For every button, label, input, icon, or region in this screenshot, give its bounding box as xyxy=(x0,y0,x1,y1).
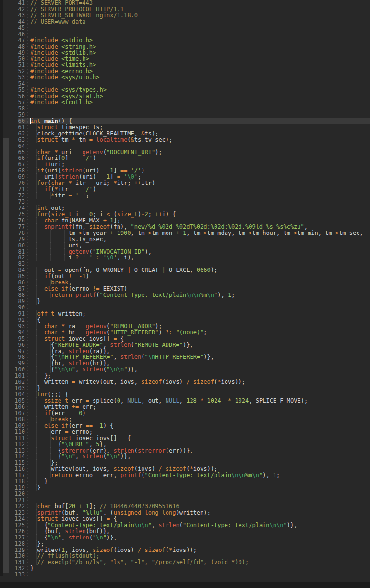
code-token: "INVOCATION_ID" xyxy=(93,248,144,255)
code-line[interactable]: 91 off_t written; xyxy=(0,311,370,317)
code-token xyxy=(72,192,75,199)
line-text[interactable]: } xyxy=(30,298,41,305)
code-token: "REMOTE_ADDR=" xyxy=(134,342,183,348)
indent-guides xyxy=(30,522,44,528)
code-token: 128 xyxy=(186,397,197,404)
line-text[interactable]: } xyxy=(30,565,34,572)
code-line[interactable]: 63 struct tm * tm = localtime(&ts.tv_sec… xyxy=(0,137,370,143)
line-text[interactable]: // execlp("/bin/ls", "ls", "-l", "/proc/… xyxy=(30,559,249,565)
code-line[interactable]: 82 i ? ' ' : '\0', i); xyxy=(0,255,370,261)
code-token: int xyxy=(37,205,48,211)
line-text[interactable]: // USER=www-data xyxy=(30,19,86,25)
left-scrollbar[interactable] xyxy=(0,0,10,576)
code-token: unsigned xyxy=(113,509,141,516)
code-line[interactable]: 89 } xyxy=(0,298,370,305)
line-number: 46 xyxy=(10,31,25,37)
line-text[interactable]: { xyxy=(30,317,41,323)
code-line[interactable]: 72 *itr = '-'; xyxy=(0,193,370,199)
line-text[interactable]: } xyxy=(30,485,41,491)
code-line[interactable]: 118 } xyxy=(0,478,370,485)
code-line[interactable]: 88 return printf("Content-Type: text/pla… xyxy=(0,292,370,298)
code-token: ; xyxy=(231,292,235,298)
code-token: "Content-Type: text/plain xyxy=(48,522,134,528)
code-line[interactable]: 100 {"\n\n", strlen("\n\n")}, xyxy=(0,367,370,373)
line-text[interactable]: written = writev(out, iovs, sizeof(iovs)… xyxy=(30,379,245,385)
code-line[interactable]: 79 ts.tv_nsec, xyxy=(0,236,370,243)
indent-guides xyxy=(30,254,68,261)
code-token: ( xyxy=(103,149,107,156)
code-token: '/' xyxy=(131,167,142,174)
indent-guides xyxy=(30,342,51,348)
code-token: ) xyxy=(82,410,85,416)
code-token: uri xyxy=(58,149,75,156)
indent-guides xyxy=(30,167,37,174)
code-line[interactable]: 44// USER=www-data xyxy=(0,19,370,25)
code-token: printf xyxy=(120,472,141,478)
code-token: = xyxy=(69,192,72,199)
line-text[interactable]: return printf("Content-Type: text/plain\… xyxy=(30,292,235,298)
code-token: " xyxy=(72,453,75,460)
code-token: ) xyxy=(141,167,144,174)
code-token: writev(out, iovs, xyxy=(51,466,113,472)
code-token: <sys/types.h> xyxy=(61,86,107,93)
code-token: " xyxy=(117,453,120,460)
indent-guides xyxy=(30,161,44,168)
code-token: ); xyxy=(155,149,162,156)
code-line[interactable]: 78 tm->tm_year + 1900, tm->tm_mon + 1, t… xyxy=(0,230,370,236)
code-token: strerror xyxy=(61,447,89,454)
line-number: 59 xyxy=(10,112,25,118)
line-number: 47 xyxy=(10,37,25,44)
line-text[interactable]: #include <sys/uio.h> xyxy=(30,74,100,81)
code-token: if xyxy=(44,410,51,416)
code-token: if xyxy=(37,167,44,174)
code-token: '/' xyxy=(82,186,93,193)
code-token xyxy=(58,68,61,74)
scrollbar-thumb[interactable] xyxy=(3,138,9,573)
indent-guides xyxy=(30,416,51,423)
code-token: }; xyxy=(44,372,51,379)
indent-guides xyxy=(30,124,37,131)
indent-guides xyxy=(30,534,44,541)
line-text[interactable]: i ? ' ' : '\0', i); xyxy=(30,255,134,261)
code-token: #include xyxy=(30,74,58,81)
code-line[interactable]: 127 {"\n", strlen("\n")}, xyxy=(0,535,370,541)
line-text[interactable]: return errno = err, printf("Content-Type… xyxy=(30,472,280,478)
line-text[interactable]: *itr = '-'; xyxy=(30,193,89,199)
text-cursor xyxy=(30,118,31,124)
code-line[interactable]: 102 written = writev(out, iovs, sizeof(i… xyxy=(0,379,370,385)
code-token: { xyxy=(51,342,54,348)
code-token: )}, xyxy=(203,354,214,360)
code-line[interactable]: 117 return errno = err, printf("Content-… xyxy=(0,472,370,478)
code-token: if xyxy=(61,285,68,292)
code-token: getenv xyxy=(68,248,89,255)
code-line[interactable]: 45 xyxy=(0,25,370,31)
line-number: 127 xyxy=(10,535,25,541)
code-token: ( xyxy=(89,248,93,255)
code-line[interactable]: 53#include <sys/uio.h> xyxy=(0,74,370,81)
code-line[interactable]: 111 struct iovec iovs[] = { xyxy=(0,435,370,441)
code-token: struct xyxy=(51,435,72,441)
code-area[interactable]: 41// SERVER_PORT=44342// SERVER_PROTOCOL… xyxy=(0,0,370,578)
code-token: ERR " xyxy=(72,441,89,448)
code-line[interactable]: 119 } xyxy=(0,485,370,491)
code-token: }; xyxy=(51,459,58,466)
code-token: * xyxy=(69,180,72,186)
code-line[interactable]: 133 xyxy=(0,572,370,578)
code-token: , i); xyxy=(117,254,134,261)
code-token: errno xyxy=(72,472,96,478)
code-token: struct xyxy=(37,136,58,143)
code-token: ) { xyxy=(103,422,114,429)
indent-guides xyxy=(30,459,51,466)
code-line[interactable]: 58 xyxy=(0,106,370,112)
line-text[interactable]: #include <fcntl.h> xyxy=(30,99,93,106)
code-line[interactable]: 131 // execlp("/bin/ls", "ls", "-l", "/p… xyxy=(0,559,370,565)
code-line[interactable]: 132} xyxy=(0,565,370,572)
code-token xyxy=(58,49,61,56)
line-number: 78 xyxy=(10,230,25,236)
code-line[interactable]: 57#include <fcntl.h> xyxy=(0,99,370,106)
code-token: err, xyxy=(100,472,120,478)
code-line[interactable]: 120 xyxy=(0,491,370,497)
code-line[interactable]: 80 uri, xyxy=(0,243,370,249)
line-text[interactable]: struct tm * tm = localtime(&ts.tv_sec); xyxy=(30,137,172,143)
line-number: 91 xyxy=(10,311,25,317)
